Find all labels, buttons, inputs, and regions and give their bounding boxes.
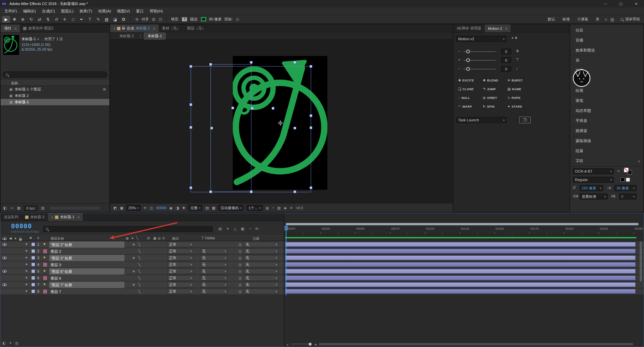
motion-button-jump[interactable]: ↷JUMP	[483, 86, 507, 92]
layer-switches[interactable]: ╲	[125, 289, 142, 293]
layer-color-chip[interactable]	[31, 289, 35, 293]
exposure-value[interactable]: +0.0	[296, 206, 303, 210]
layer-color-chip[interactable]	[31, 256, 35, 260]
project-item[interactable]: ▦未标题-2	[1, 93, 109, 99]
clone-stamp-tool[interactable]: ▧	[103, 16, 111, 23]
trkmat-select[interactable]: 无▾	[200, 255, 228, 261]
font-style-select[interactable]: Regular▾	[573, 177, 614, 183]
brush-tool[interactable]: ✎	[94, 16, 102, 23]
layer-row[interactable]: ▶3★"图层 3" 轮廓✳╲正常▾无▾◎无▾	[0, 255, 284, 261]
leading-select[interactable]: 30 像素▾	[614, 185, 637, 191]
zoom-tool[interactable]: ⊕	[19, 16, 27, 23]
parent-select[interactable]: 无▾	[244, 262, 279, 267]
panel-menu-icon[interactable]: ≡	[638, 159, 640, 163]
preview-time[interactable]: 00000	[156, 206, 166, 210]
playhead-line[interactable]	[286, 226, 286, 295]
new-folder-button[interactable]: ▭	[10, 206, 13, 210]
interpret-footage-button[interactable]: ◧	[3, 206, 7, 210]
layer-color-chip[interactable]	[31, 249, 35, 253]
panel-tab-字符[interactable]: 字符≡	[570, 156, 643, 166]
fill-color-swatch[interactable]	[624, 168, 629, 172]
mode-select[interactable]: 正常▾	[167, 255, 194, 261]
white-swatch[interactable]	[626, 178, 630, 182]
layer-switches[interactable]: ✳╲	[125, 242, 142, 246]
parent-pickwhip-icon[interactable]: ◎	[238, 269, 242, 274]
layer-color-chip[interactable]	[31, 269, 35, 273]
layer-color-chip[interactable]	[31, 276, 35, 280]
tab-effect-controls[interactable]: 效果控件 图层2	[20, 24, 57, 32]
magnification-select[interactable]: 25%▾	[126, 205, 141, 211]
layer-duration-bar[interactable]	[285, 242, 636, 247]
motion-button-burst[interactable]: ✳BURST	[507, 77, 532, 83]
layer-color-chip[interactable]	[31, 283, 35, 287]
expand-switches-button[interactable]: ◧	[2, 341, 6, 345]
fill-swatch[interactable]: ?	[182, 17, 187, 21]
motion-button-blend[interactable]: ❖BLEND	[483, 77, 507, 83]
timeline-hscrollbar[interactable]	[319, 343, 633, 345]
parent-select[interactable]: 无▾	[244, 255, 279, 261]
show-snapshot-button[interactable]: ◨	[176, 206, 179, 210]
motion-blur-button[interactable]: ◔	[249, 227, 251, 231]
layer-name[interactable]: 图层 7	[51, 289, 122, 294]
layer-name[interactable]: "图层 6" 轮廓	[51, 269, 122, 274]
trkmat-select[interactable]: 无▾	[200, 262, 228, 267]
slider-mode-icon[interactable]: ›	[457, 66, 462, 70]
layer-name[interactable]: 图层 2	[51, 249, 122, 254]
eraser-tool[interactable]: ◪	[111, 16, 119, 23]
slider-target-icon[interactable]: ⊤	[516, 58, 519, 62]
motion-button-rope[interactable]: ∿ROPE	[507, 95, 532, 101]
panel-tab-信息[interactable]: 信息	[570, 25, 643, 36]
workspace-item[interactable]: 标准	[562, 17, 570, 21]
expand-arrow-icon[interactable]: ▶	[26, 283, 28, 286]
pen-tool[interactable]: ✒	[77, 16, 86, 23]
tab-project[interactable]: 项目≡	[1, 24, 20, 32]
snap-icon[interactable]: ✣	[135, 17, 139, 22]
slider-value[interactable]: 0	[501, 66, 511, 72]
tab-timeline-comp2[interactable]: 未标题-2	[22, 213, 48, 221]
workspace-item[interactable]: 小屏幕	[577, 17, 588, 21]
add-shape-icon[interactable]: ⊙	[236, 17, 239, 22]
trkmat-select[interactable]: 无▾	[200, 248, 228, 254]
black-swatch[interactable]	[621, 178, 625, 182]
grid-guides-button[interactable]: ✛	[144, 206, 147, 210]
motion-button-orbit[interactable]: ◎ORBIT	[483, 95, 507, 101]
layer-row[interactable]: ▶7★"图层 7" 轮廓✳╲正常▾无▾◎无▾	[0, 282, 284, 288]
stroke-width-value[interactable]: 80 像素	[209, 17, 221, 22]
layer-name[interactable]: 图层 3	[51, 263, 122, 268]
stroke-swatch[interactable]	[201, 17, 206, 21]
timeline-navigator-bar[interactable]	[286, 223, 639, 225]
snap-label[interactable]: 对齐	[142, 17, 149, 22]
flowchart-button[interactable]: ◩	[113, 206, 117, 210]
frame-blend-button[interactable]: ▦	[241, 227, 244, 231]
layer-duration-bar[interactable]	[285, 269, 636, 274]
layer-duration-bar[interactable]	[285, 262, 636, 267]
layer-duration-bar[interactable]	[285, 282, 636, 287]
mode-column-label[interactable]: 模式	[172, 236, 179, 241]
parent-pickwhip-icon[interactable]: ◎	[238, 283, 242, 287]
layer-row[interactable]: ▶6图层 6╲正常▾无▾◎无▾	[0, 275, 284, 281]
parent-select[interactable]: 无▾	[244, 269, 279, 274]
mini-flowchart-button[interactable]: ▤	[218, 227, 222, 231]
quality-switch[interactable]: ╲	[137, 256, 142, 260]
font-family-select[interactable]: OCR-A BT▾	[573, 168, 614, 174]
layer-duration-bar[interactable]	[285, 249, 636, 253]
motion-button-null[interactable]: ◌NULL	[458, 95, 483, 101]
parent-select[interactable]: 无▾	[244, 242, 279, 247]
add-label[interactable]: 添加:	[224, 17, 233, 22]
mode-select[interactable]: 正常▾	[167, 242, 194, 247]
delete-item-button[interactable]: ▨	[41, 206, 44, 210]
expand-transfer-button[interactable]: ✦	[9, 341, 12, 345]
layer-duration-bar[interactable]	[285, 255, 636, 260]
trkmat-select[interactable]: 无▾	[200, 289, 228, 294]
preview-hills-icon[interactable]: ▲▲	[511, 35, 518, 39]
workspace-item[interactable]: 默认	[548, 17, 555, 21]
panel-tab-画笔[interactable]: 画笔	[570, 96, 643, 106]
menu-item[interactable]: 编辑(E)	[20, 7, 39, 15]
quality-switch[interactable]: ╲	[137, 249, 142, 253]
new-composition-button[interactable]: ▦	[17, 206, 20, 210]
slider-value[interactable]: 0	[501, 49, 511, 54]
tab-render-queue[interactable]: 渲染队列	[0, 213, 22, 221]
mask-visibility-button[interactable]: ◫	[150, 206, 153, 210]
font-size-select[interactable]: 150 像素▾	[580, 185, 603, 191]
parent-pickwhip-icon[interactable]: ◎	[238, 256, 242, 260]
